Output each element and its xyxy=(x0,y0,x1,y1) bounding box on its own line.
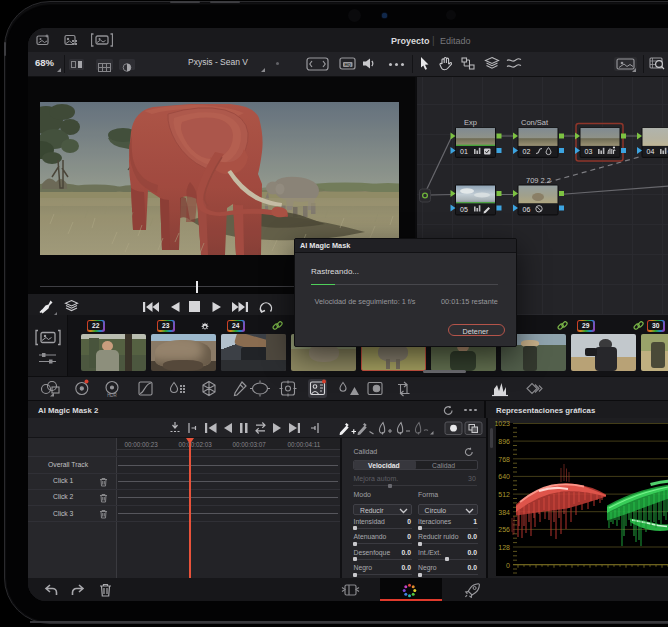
svg-text:128: 128 xyxy=(498,543,510,550)
svg-text:04: 04 xyxy=(647,148,655,155)
svg-text:05: 05 xyxy=(460,205,468,212)
svg-text:03: 03 xyxy=(585,148,593,155)
svg-text:0: 0 xyxy=(506,561,510,568)
svg-text:HQ: HQ xyxy=(345,62,352,67)
svg-text:06: 06 xyxy=(523,205,531,212)
svg-text:768: 768 xyxy=(498,455,510,462)
svg-text:640: 640 xyxy=(498,473,510,480)
svg-text:709 2.2: 709 2.2 xyxy=(526,176,551,185)
svg-text:02: 02 xyxy=(523,148,531,155)
svg-text:01: 01 xyxy=(460,148,468,155)
svg-text:896: 896 xyxy=(498,437,510,444)
svg-text:HDR: HDR xyxy=(107,393,117,398)
svg-text:256: 256 xyxy=(498,526,510,533)
svg-text:Con/Sat: Con/Sat xyxy=(521,118,549,127)
svg-text:1023: 1023 xyxy=(494,420,510,427)
svg-text:384: 384 xyxy=(498,508,510,515)
svg-text:Exp: Exp xyxy=(464,118,477,127)
svg-text:512: 512 xyxy=(498,490,510,497)
